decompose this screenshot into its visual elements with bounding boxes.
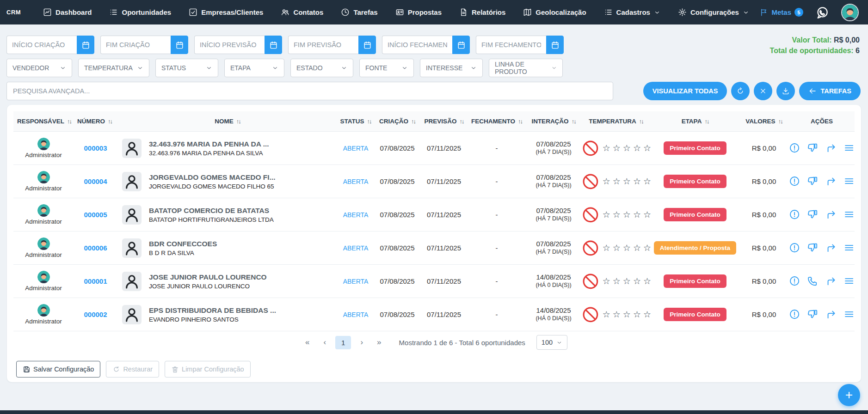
- nav-item-oportunidades[interactable]: Oportunidades: [109, 8, 171, 17]
- nav-item-empresas-clientes[interactable]: Empresas/Clientes: [189, 8, 263, 17]
- opportunity-name-title[interactable]: 32.463.976 MARIA DA PENHA DA ...: [149, 140, 269, 148]
- first-page-button[interactable]: «: [301, 336, 314, 349]
- date-input[interactable]: [288, 36, 358, 54]
- info-icon[interactable]: [789, 309, 800, 320]
- visualizar-todas-button[interactable]: VISUALIZAR TODAS: [643, 82, 727, 100]
- prev-page-button[interactable]: ‹: [319, 336, 331, 349]
- etapa-badge[interactable]: Primeiro Contato: [664, 175, 726, 188]
- sort-icon[interactable]: ↑↓: [67, 118, 71, 125]
- sort-icon[interactable]: ↑↓: [572, 118, 576, 125]
- star-icon[interactable]: ☆: [613, 244, 621, 252]
- opportunity-number-link[interactable]: 000001: [84, 277, 107, 285]
- add-opportunity-fab[interactable]: +: [838, 384, 860, 406]
- contact-person-icon[interactable]: [122, 139, 142, 158]
- forward-icon[interactable]: [825, 275, 837, 286]
- date-input[interactable]: [194, 36, 265, 54]
- star-icon[interactable]: ☆: [643, 310, 651, 319]
- calendar-button[interactable]: [77, 36, 94, 54]
- opportunity-name-title[interactable]: JOSE JUNIOR PAULO LOURENCO: [149, 273, 267, 281]
- sort-icon[interactable]: ↑↓: [411, 118, 415, 125]
- opportunity-number-link[interactable]: 000006: [84, 244, 107, 252]
- opportunity-number-link[interactable]: 000002: [84, 310, 107, 318]
- user-avatar[interactable]: [841, 4, 859, 21]
- opportunity-number-link[interactable]: 000005: [84, 211, 107, 219]
- column-header-previs-o[interactable]: PREVISÃO↑↓: [421, 118, 467, 125]
- sort-icon[interactable]: ↑↓: [108, 118, 112, 125]
- star-icon[interactable]: ☆: [643, 210, 651, 219]
- opportunity-number-link[interactable]: 000004: [84, 177, 107, 185]
- info-icon[interactable]: [789, 176, 800, 187]
- column-header-nome[interactable]: NOME↑↓: [117, 118, 338, 125]
- contact-person-icon[interactable]: [122, 238, 142, 258]
- filter-select-estado[interactable]: ESTADO: [290, 59, 353, 77]
- thumbs-down-icon[interactable]: [807, 209, 818, 220]
- thumbs-down-icon[interactable]: [807, 176, 818, 187]
- calendar-button[interactable]: [171, 36, 188, 54]
- forward-icon[interactable]: [825, 209, 837, 220]
- nav-item-geolocaliza-o[interactable]: Geolocalização: [523, 8, 586, 17]
- etapa-badge[interactable]: Primeiro Contato: [664, 208, 726, 221]
- forward-icon[interactable]: [825, 309, 837, 320]
- star-icon[interactable]: ☆: [633, 244, 641, 252]
- forward-icon[interactable]: [825, 142, 837, 153]
- star-icon[interactable]: ☆: [633, 144, 641, 152]
- contact-person-icon[interactable]: [122, 172, 142, 191]
- star-icon[interactable]: ☆: [633, 277, 641, 286]
- current-page[interactable]: 1: [335, 336, 351, 349]
- opportunity-number-link[interactable]: 000003: [84, 144, 107, 152]
- next-page-button[interactable]: ›: [356, 336, 368, 349]
- calendar-button[interactable]: [265, 36, 282, 54]
- status-link[interactable]: ABERTA: [343, 278, 369, 285]
- limpar-configuracao-button[interactable]: Limpar Configuração: [165, 361, 251, 377]
- no-temperature-icon[interactable]: [581, 305, 600, 324]
- sort-icon[interactable]: ↑↓: [459, 118, 463, 125]
- star-icon[interactable]: ☆: [623, 277, 631, 286]
- star-icon[interactable]: ☆: [623, 310, 631, 319]
- thumbs-down-icon[interactable]: [807, 242, 818, 253]
- column-header-n-mero[interactable]: NÚMERO↑↓: [74, 118, 117, 125]
- opportunity-name-title[interactable]: EPS DISTRIBUIDORA DE BEBIDAS ...: [149, 306, 276, 315]
- filter-select-linha-de-produto[interactable]: LINHA DE PRODUTO: [489, 59, 563, 77]
- filter-select-status[interactable]: STATUS: [155, 59, 218, 77]
- star-icon[interactable]: ☆: [623, 210, 631, 219]
- nav-item-relat-rios[interactable]: Relatórios: [459, 8, 505, 17]
- sort-icon[interactable]: ↑↓: [236, 118, 240, 125]
- tarefas-button[interactable]: TAREFAS: [799, 82, 861, 100]
- filter-select-vendedor[interactable]: VENDEDOR: [6, 59, 72, 77]
- date-input[interactable]: [476, 36, 546, 54]
- etapa-badge[interactable]: Primeiro Contato: [664, 308, 726, 321]
- status-link[interactable]: ABERTA: [343, 244, 369, 252]
- info-icon[interactable]: [789, 275, 800, 286]
- star-icon[interactable]: ☆: [603, 210, 610, 219]
- clear-filters-button[interactable]: [754, 82, 772, 100]
- column-header-respons-vel[interactable]: RESPONSÁVEL↑↓: [13, 118, 74, 125]
- star-icon[interactable]: ☆: [633, 210, 641, 219]
- menu-icon[interactable]: [843, 242, 855, 253]
- advanced-search-input[interactable]: [6, 82, 613, 100]
- no-temperature-icon[interactable]: [581, 172, 600, 191]
- star-icon[interactable]: ☆: [643, 277, 651, 286]
- last-page-button[interactable]: »: [372, 336, 386, 349]
- date-input[interactable]: [100, 36, 171, 54]
- star-icon[interactable]: ☆: [643, 144, 651, 152]
- star-icon[interactable]: ☆: [633, 177, 641, 186]
- salvar-configuracao-button[interactable]: Salvar Configuração: [16, 361, 100, 377]
- menu-icon[interactable]: [843, 275, 855, 286]
- nav-item-propostas[interactable]: Propostas: [395, 8, 442, 17]
- thumbs-down-icon[interactable]: [807, 142, 818, 153]
- contact-person-icon[interactable]: [122, 205, 142, 225]
- info-icon[interactable]: [789, 209, 800, 220]
- column-header-intera-o[interactable]: INTERAÇÃO↑↓: [526, 118, 581, 125]
- status-link[interactable]: ABERTA: [343, 211, 369, 219]
- forward-icon[interactable]: [825, 242, 837, 253]
- star-icon[interactable]: ☆: [603, 177, 610, 186]
- star-icon[interactable]: ☆: [613, 210, 621, 219]
- forward-icon[interactable]: [825, 176, 837, 187]
- status-link[interactable]: ABERTA: [343, 178, 369, 185]
- star-icon[interactable]: ☆: [603, 244, 610, 252]
- sort-icon[interactable]: ↑↓: [778, 118, 782, 125]
- menu-icon[interactable]: [843, 176, 855, 187]
- date-input[interactable]: [6, 36, 77, 54]
- filter-select-fonte[interactable]: FONTE: [359, 59, 414, 77]
- thumbs-down-icon[interactable]: [807, 309, 818, 320]
